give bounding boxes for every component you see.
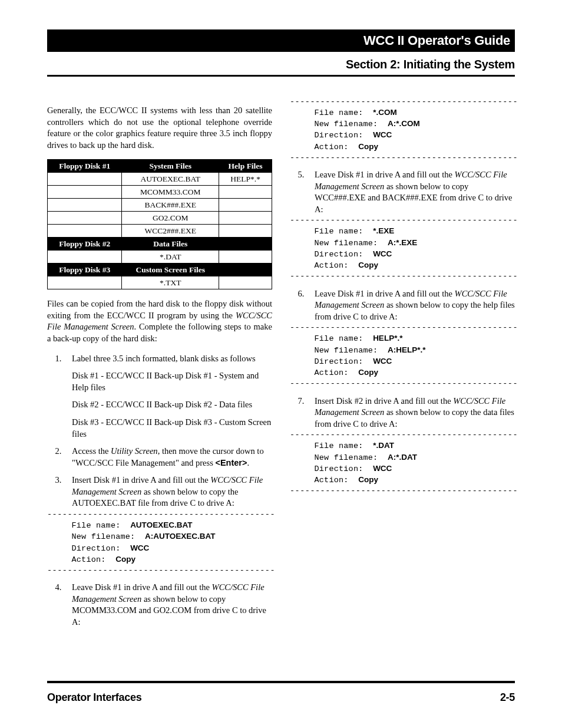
footer-left: Operator Interfaces: [47, 690, 141, 704]
table-cell: GO2.COM: [122, 212, 219, 225]
file-name-value: *.DAT: [373, 441, 394, 450]
table-cell: [48, 276, 122, 289]
table-cell: BACK###.EXE: [122, 199, 219, 212]
table-cell: MCOMM33.COM: [122, 186, 219, 199]
step-6: Leave Disk #1 in drive A and fill out th…: [306, 288, 515, 390]
screen-name: Utility Screen: [111, 446, 158, 456]
table-cell: [48, 251, 122, 263]
file-name-value: HELP*.*: [373, 334, 402, 342]
table-cell: Floppy Disk #2: [48, 238, 122, 251]
table-cell: *.DAT: [122, 251, 219, 263]
new-filename-value: A:*.EXE: [388, 238, 417, 247]
step-7: Insert Disk #2 in drive A and fill out t…: [306, 396, 515, 497]
step-3: Insert Disk #1 in drive A and fill out t…: [64, 475, 272, 576]
table-cell: [219, 238, 272, 251]
direction-value: WCC: [130, 543, 149, 552]
right-column: ----------------------------------------…: [290, 97, 515, 681]
key-enter: <Enter>: [215, 458, 247, 467]
steps-list-left: Label three 3.5 inch formatted, blank di…: [47, 353, 272, 628]
text: Leave Disk #1 in drive A and fill out th…: [315, 170, 455, 179]
table-cell: Custom Screen Files: [122, 263, 219, 276]
divider-dashes: ----------------------------------------…: [290, 97, 515, 107]
action-value: Copy: [358, 368, 378, 377]
table-cell: [219, 251, 272, 263]
table-cell: Floppy Disk #1: [48, 160, 122, 173]
table-cell: [48, 212, 122, 225]
page-footer: Operator Interfaces 2-5: [47, 681, 515, 704]
table-cell: Data Files: [122, 238, 219, 251]
new-filename-value: A:HELP*.*: [388, 345, 426, 354]
divider-dashes: ----------------------------------------…: [290, 215, 515, 226]
table-cell: *.TXT: [122, 276, 219, 289]
footer-right: 2-5: [500, 690, 515, 704]
text: Leave Disk #1 in drive A and fill out th…: [315, 289, 455, 298]
screen-block-4: ----------------------------------------…: [290, 97, 515, 163]
divider-dashes: ----------------------------------------…: [290, 430, 515, 440]
direction-value: WCC: [373, 249, 392, 258]
divider-dashes: ----------------------------------------…: [47, 509, 272, 520]
text: Access the: [72, 446, 111, 456]
action-value: Copy: [358, 475, 378, 484]
action-value: Copy: [358, 142, 378, 151]
action-value: Copy: [358, 261, 378, 269]
divider-dashes: ----------------------------------------…: [290, 322, 515, 333]
table-cell: [48, 186, 122, 199]
page: WCC II Operator's Guide Section 2: Initi…: [0, 0, 562, 728]
file-name-value: *.EXE: [373, 226, 394, 235]
new-filename-value: A:*.COM: [388, 119, 420, 128]
new-filename-value: A:AUTOEXEC.BAT: [145, 532, 216, 541]
divider-dashes: ----------------------------------------…: [47, 565, 272, 576]
screen-block-5: ----------------------------------------…: [290, 215, 515, 282]
table-cell: HELP*.*: [219, 173, 272, 186]
table-cell: Floppy Disk #3: [48, 263, 122, 276]
disk3-label: Disk #3 - ECC/WCC II Back-up Disk #3 - C…: [72, 417, 272, 440]
table-cell: [219, 186, 272, 199]
table-cell: [219, 276, 272, 289]
table-cell: AUTOEXEC.BAT: [122, 173, 219, 186]
direction-value: WCC: [373, 130, 392, 139]
table-cell: [48, 199, 122, 212]
disk2-label: Disk #2 - ECC/WCC II Back-up Disk #2 - D…: [72, 399, 272, 411]
file-name-value: *.COM: [373, 108, 397, 117]
table-cell: [219, 263, 272, 276]
guide-title: WCC II Operator's Guide: [47, 29, 515, 52]
after-table-paragraph: Files can be copied from the hard disk t…: [47, 298, 272, 344]
new-filename-value: A:*.DAT: [388, 453, 417, 462]
screen-block-6: ----------------------------------------…: [290, 322, 515, 389]
table-cell: [219, 212, 272, 225]
table-cell: System Files: [122, 160, 219, 173]
divider-dashes: ----------------------------------------…: [290, 271, 515, 282]
step-2: Access the Utility Screen, then move the…: [64, 446, 272, 469]
steps-list-right: Leave Disk #1 in drive A and fill out th…: [290, 169, 515, 497]
table-cell: [219, 199, 272, 212]
section-title: Section 2: Initiating the System: [47, 52, 515, 77]
table-cell: [48, 173, 122, 186]
step-text: Label three 3.5 inch formatted, blank di…: [72, 354, 256, 363]
file-name-value: AUTOEXEC.BAT: [130, 521, 192, 529]
two-column-body: Generally, the ECC/WCC II systems with l…: [47, 97, 515, 681]
screen-block-7: ----------------------------------------…: [290, 430, 515, 496]
intro-paragraph: Generally, the ECC/WCC II systems with l…: [47, 105, 272, 151]
text: Leave Disk #1 in drive A and fill out th…: [72, 582, 212, 592]
text: Insert Disk #2 in drive A and fill out t…: [315, 396, 453, 406]
step-5: Leave Disk #1 in drive A and fill out th…: [306, 169, 515, 282]
table-cell: Help Files: [219, 160, 272, 173]
disk1-label: Disk #1 - ECC/WCC II Back-up Disk #1 - S…: [72, 370, 272, 393]
text: Insert Disk #1 in drive A and fill out t…: [72, 475, 210, 485]
floppy-disk-table: Floppy Disk #1System FilesHelp FilesAUTO…: [47, 159, 272, 289]
text: .: [247, 458, 249, 467]
direction-value: WCC: [373, 357, 392, 365]
screen-block-3: ----------------------------------------…: [47, 509, 272, 576]
action-value: Copy: [115, 555, 135, 564]
divider-dashes: ----------------------------------------…: [290, 486, 515, 496]
left-column: Generally, the ECC/WCC II systems with l…: [47, 97, 272, 681]
divider-dashes: ----------------------------------------…: [290, 378, 515, 389]
table-cell: [219, 225, 272, 238]
table-cell: WCC2###.EXE: [122, 225, 219, 238]
step-1: Label three 3.5 inch formatted, blank di…: [64, 353, 272, 440]
direction-value: WCC: [373, 464, 392, 473]
step-4: Leave Disk #1 in drive A and fill out th…: [64, 582, 272, 628]
divider-dashes: ----------------------------------------…: [290, 153, 515, 163]
table-cell: [48, 225, 122, 238]
